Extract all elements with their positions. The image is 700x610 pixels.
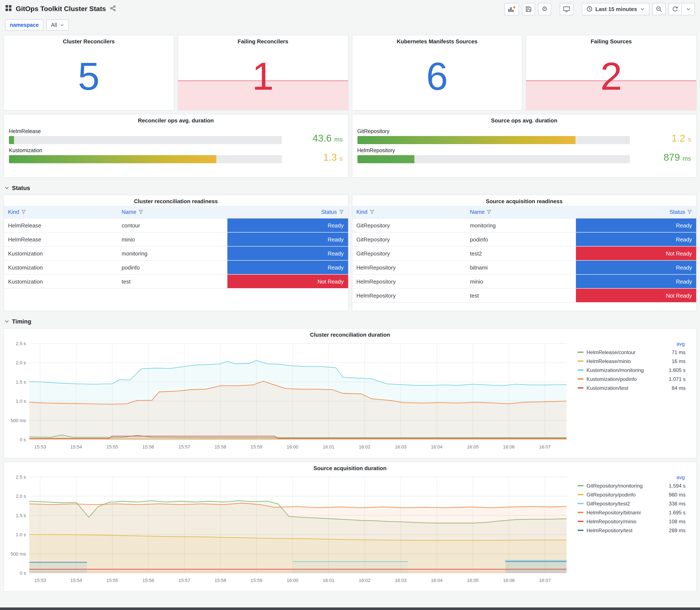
panel-title[interactable]: Failing Sources: [526, 35, 696, 46]
table-cell: monitoring: [117, 246, 227, 260]
filter-icon[interactable]: [487, 210, 491, 214]
series-color-dash: [577, 485, 584, 486]
panel-title[interactable]: Kubernetes Manifests Sources: [352, 35, 522, 46]
table-row[interactable]: HelmReleaseminioReady: [4, 232, 348, 246]
legend-item[interactable]: Kustomization/podinfo1.071 s: [577, 374, 686, 383]
table-row[interactable]: GitRepositorypodinfoReady: [352, 232, 696, 246]
series-name: Kustomization/test: [587, 385, 628, 391]
legend-item[interactable]: GitRepository/monitoring1.594 s: [577, 481, 686, 490]
legend-item[interactable]: Kustomization/monitoring1.605 s: [577, 366, 686, 374]
table-row[interactable]: KustomizationpodinfoReady: [4, 260, 348, 274]
panel-title[interactable]: Source acquisition duration: [8, 462, 692, 473]
dashboard-settings-button[interactable]: ⚙: [538, 3, 551, 15]
monitor-icon: [563, 6, 570, 12]
table-row[interactable]: KustomizationmonitoringReady: [4, 246, 348, 260]
column-header-status[interactable]: Status: [576, 206, 696, 218]
panel-title[interactable]: Failing Reconcilers: [178, 35, 348, 46]
table-cell: podinfo: [466, 232, 576, 246]
table-cell: Kustomization: [4, 246, 117, 260]
table-row[interactable]: HelmRepositoryminioReady: [352, 274, 696, 288]
legend-item[interactable]: HelmRepository/minio108 ms: [577, 517, 686, 526]
gauge-label: HelmRepository: [357, 147, 630, 154]
svg-text:1.5 s: 1.5 s: [16, 513, 26, 518]
series-avg-value: 289 ms: [669, 527, 686, 533]
table-row[interactable]: HelmRepositorybitnamiReady: [352, 260, 696, 274]
apps-grid-icon[interactable]: [5, 5, 12, 13]
series-name: HelmRepository/bitnami: [587, 510, 641, 515]
legend-avg-header: avg: [577, 341, 686, 347]
filter-icon[interactable]: [339, 210, 344, 214]
table-row[interactable]: HelmReleasecontourReady: [4, 218, 348, 232]
variable-label-namespace[interactable]: namespace: [5, 19, 43, 31]
legend-item[interactable]: HelmRepository/test289 ms: [577, 526, 686, 535]
save-dashboard-button[interactable]: [522, 3, 535, 15]
status-cell: Ready: [576, 232, 696, 246]
column-header-name[interactable]: Name: [466, 206, 576, 218]
stat-value: 5: [4, 35, 174, 110]
panel-source-acquisition-readiness: Source acquisition readiness Kind Name S…: [352, 195, 697, 311]
legend-item[interactable]: HelmRelease/minio16 ms: [577, 357, 686, 366]
share-icon[interactable]: [110, 5, 116, 13]
series-avg-value: 1.605 s: [669, 367, 686, 373]
svg-text:15:56: 15:56: [142, 578, 154, 583]
filter-icon[interactable]: [21, 210, 26, 214]
section-title: Status: [12, 184, 30, 191]
svg-text:16:01: 16:01: [323, 444, 335, 450]
svg-text:15:59: 15:59: [250, 578, 262, 583]
refresh-button[interactable]: [669, 3, 682, 15]
zoom-out-button[interactable]: [652, 3, 666, 15]
series-avg-value: 1.071 s: [669, 376, 686, 382]
filter-icon[interactable]: [687, 210, 692, 214]
add-panel-icon: [508, 5, 515, 12]
series-name: GitRepository/monitoring: [587, 483, 642, 488]
tv-mode-button[interactable]: [559, 3, 573, 15]
table-row[interactable]: GitRepositorytest2Not Ready: [352, 246, 696, 260]
timeseries-chart[interactable]: 15:5315:5415:5515:5615:5715:5815:5916:00…: [8, 339, 573, 452]
column-header-status[interactable]: Status: [227, 206, 348, 218]
panel-title[interactable]: Cluster reconciliation readiness: [4, 195, 348, 206]
bar-gauge-track: [357, 136, 630, 144]
panel-title[interactable]: Source acquisition readiness: [352, 195, 696, 206]
table-cell: Kustomization: [4, 260, 117, 274]
table-row[interactable]: HelmRepositorytestNot Ready: [352, 288, 696, 303]
series-color-dash: [577, 378, 584, 380]
table-row[interactable]: KustomizationtestNot Ready: [4, 274, 348, 288]
status-cell: Ready: [576, 260, 696, 274]
svg-text:15:55: 15:55: [107, 444, 118, 450]
section-header-timing[interactable]: Timing: [3, 315, 697, 325]
legend-item[interactable]: Kustomization/test84 ms: [577, 383, 686, 392]
svg-text:1.0 s: 1.0 s: [16, 532, 26, 537]
section-header-status[interactable]: Status: [3, 181, 697, 191]
table-cell: test2: [466, 246, 576, 260]
variable-value-dropdown[interactable]: All: [46, 19, 69, 31]
series-color-dash: [577, 530, 584, 531]
panel-title[interactable]: Source ops avg. duration: [357, 114, 691, 125]
column-header-name[interactable]: Name: [117, 206, 227, 218]
panel-title[interactable]: Cluster reconciliation duration: [8, 328, 692, 339]
legend-item[interactable]: GitRepository/test2338 ms: [577, 499, 686, 508]
time-range-picker[interactable]: Last 15 minutes: [582, 3, 649, 15]
series-color-dash: [577, 521, 584, 522]
filter-icon[interactable]: [139, 210, 143, 214]
column-header-kind[interactable]: Kind: [352, 206, 466, 218]
legend-item[interactable]: HelmRepository/bitnami1.695 s: [577, 508, 686, 517]
status-cell: Ready: [576, 218, 696, 232]
panel-title[interactable]: Cluster Reconcilers: [4, 35, 174, 46]
refresh-interval-dropdown[interactable]: [682, 3, 695, 15]
bar-gauge-fill: [357, 136, 575, 144]
svg-text:15:58: 15:58: [215, 444, 226, 450]
series-avg-value: 84 ms: [672, 385, 686, 391]
panel-title[interactable]: Reconciler ops avg. duration: [9, 114, 343, 125]
column-label: Status: [669, 209, 685, 215]
svg-text:16:05: 16:05: [467, 578, 478, 583]
variable-selected-value: All: [51, 22, 57, 28]
column-header-kind[interactable]: Kind: [4, 206, 117, 218]
legend-item[interactable]: HelmRelease/contour71 ms: [577, 348, 686, 357]
timeseries-chart[interactable]: 15:5315:5415:5515:5615:5715:5815:5916:00…: [8, 473, 573, 586]
add-panel-button[interactable]: [504, 3, 519, 15]
chevron-down-icon: [4, 185, 9, 190]
table-row[interactable]: GitRepositorymonitoringReady: [352, 218, 696, 232]
legend-item[interactable]: GitRepository/podinfo980 ms: [577, 490, 686, 499]
filter-icon[interactable]: [370, 210, 374, 214]
status-cell: Not Ready: [227, 274, 348, 288]
